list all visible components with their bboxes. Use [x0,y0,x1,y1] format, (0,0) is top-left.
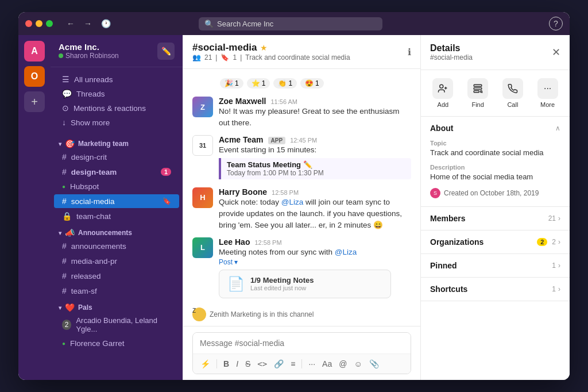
reaction-2[interactable]: ⭐ 1 [247,78,270,89]
sidebar-item-released[interactable]: # released [54,269,179,283]
hubspot-label: Hubspot [70,182,99,191]
maximize-window-btn[interactable] [46,20,53,27]
strikethrough-button[interactable]: S [243,358,252,370]
announcements-section-header[interactable]: ▾ 📣 Announcements [51,224,183,239]
florence-online-dot: ● [62,340,65,347]
forward-button[interactable]: → [82,18,94,29]
sidebar-item-threads[interactable]: 💬 Threads [54,87,179,101]
italic-button[interactable]: I [234,358,240,370]
code-button[interactable]: <> [256,358,269,370]
message-input[interactable] [193,333,411,353]
pinned-section-row[interactable]: Pinned 1 › [421,254,570,277]
channel-hash-icon: # [62,167,67,176]
meta-sep1: | [215,53,217,62]
format-button[interactable]: Aa [320,358,334,370]
sidebar-item-arcadio[interactable]: 2 Arcadio Buendia, Leland Ygle... [54,314,179,336]
file-card[interactable]: 📄 1/9 Meeting Notes Last edited just now [219,270,391,298]
channel-meta: 👥 21 | 🔖 1 | Track and coordinate social… [192,53,350,62]
help-button[interactable]: ? [549,17,563,30]
reaction-1[interactable]: 🎉 1 [220,78,243,89]
members-section: Members 21 › [421,207,570,230]
message-time: 12:58 PM [254,239,281,246]
workspace-avatar-primary[interactable]: A [24,41,45,62]
about-section-row[interactable]: About ∧ [421,117,570,140]
channel-hash-icon: # [62,241,67,251]
announcements-emoji: 📣 [65,228,75,237]
channel-description: Track and coordinate social media [245,53,350,62]
shortcuts-count-chevron: 1 › [552,285,560,293]
compose-button[interactable]: ✏️ [157,43,175,60]
sidebar-item-media-and-pr[interactable]: # media-and-pr [54,254,179,268]
info-button[interactable]: ℹ [408,47,411,57]
channel-hash-icon: # [62,271,67,280]
minimize-window-btn[interactable] [36,20,42,27]
file-info: 1/9 Meeting Notes Last edited just now [250,276,314,291]
sidebar-item-social-media[interactable]: # social-media 🔖 [54,194,179,208]
list-button[interactable]: ≡ [289,358,297,370]
emoji-button[interactable]: ☺ [352,358,363,370]
marketing-section-header[interactable]: ▾ 🎯 Marketing team [51,134,183,149]
message-text: Event starting in 15 minutes: [219,144,411,156]
workspace-avatar-secondary[interactable]: O [24,66,45,87]
online-indicator [59,53,63,58]
pals-section-header[interactable]: ▾ ❤️ Pals [51,298,183,313]
lightning-button[interactable]: ⚡ [199,358,212,370]
attach-button[interactable]: 📎 [368,358,381,370]
more-action[interactable]: ··· More [537,78,558,108]
message-content: Lee Hao 12:58 PM Meeting notes from our … [219,237,411,302]
svg-line-7 [482,92,482,93]
shortcuts-section-row[interactable]: Shortcuts 1 › [421,278,570,301]
sidebar-item-show-more[interactable]: ↓ Show more [54,116,179,129]
pencil-icon: ✏️ [303,160,312,169]
message-time: 12:58 PM [272,189,299,196]
sidebar-item-team-chat[interactable]: 🔒 team-chat [54,209,179,223]
organizations-section-row[interactable]: Organizations 2 2 › [421,230,570,253]
sidebar-item-announcements[interactable]: # announcements [54,239,179,253]
input-toolbar: ⚡ B I S <> 🔗 ≡ ··· Aa @ ☺ 📎 [193,353,411,374]
reaction-4[interactable]: 😍 1 [300,78,324,89]
search-bar[interactable]: 🔍 Search Acme Inc [199,17,382,30]
svg-rect-5 [474,91,479,93]
back-button[interactable]: ← [64,18,77,29]
organizations-badge: 2 [537,238,547,246]
post-button[interactable]: Post ▾ [219,258,411,266]
message-content: Zoe Maxwell 11:56 AM No! It was my pleas… [219,97,411,129]
sidebar-item-all-unreads[interactable]: ☰ All unreads [54,72,179,86]
channel-star[interactable]: ★ [260,43,268,52]
all-unreads-icon: ☰ [62,75,69,84]
table-row: 31 Acme Team APP 12:45 PM Event starting… [192,133,411,184]
reaction-count-1: 1 [235,79,239,87]
nav-section: ☰ All unreads 💬 Threads ⊙ Mentions & rea… [51,67,183,134]
add-action[interactable]: Add [432,78,453,108]
close-details-button[interactable]: ✕ [552,46,560,59]
members-section-row[interactable]: Members 21 › [421,207,570,230]
channel-title-group: #social-media ★ 👥 21 | 🔖 1 | Track and c… [192,42,350,62]
zenith-notice: Z Zenith Marketing is in this channel [192,305,411,326]
topic-field: Topic Track and coordinate social media [430,140,560,157]
close-window-btn[interactable] [25,20,32,27]
call-icon [502,78,523,99]
svg-point-0 [440,84,443,88]
toolbar-divider [216,359,217,368]
bold-button[interactable]: B [222,358,231,370]
find-action[interactable]: Find [467,78,488,108]
organizations-section: Organizations 2 2 › [421,230,570,254]
message-header: Harry Boone 12:58 PM [219,187,411,197]
design-crit-label: design-crit [71,153,107,162]
reaction-3[interactable]: 👏 1 [273,78,297,89]
pals-label: Pals [78,303,92,312]
history-button[interactable]: 🕐 [99,18,113,29]
sidebar-item-design-team[interactable]: # design-team 1 [54,165,179,179]
sidebar-item-florence[interactable]: ● Florence Garret [54,337,179,350]
workspace-name[interactable]: Acme Inc. [59,42,119,52]
sidebar-item-hubspot[interactable]: ● Hubspot [54,180,179,193]
sidebar-item-team-sf[interactable]: # team-sf [54,284,179,298]
link-button[interactable]: 🔗 [272,358,285,370]
organizations-label: Organizations [430,237,483,247]
sidebar-item-mentions[interactable]: ⊙ Mentions & reactions [54,101,179,115]
mention-button[interactable]: @ [337,358,349,370]
call-action[interactable]: Call [502,78,523,108]
sidebar-item-design-crit[interactable]: # design-crit [54,150,179,164]
more-options-button[interactable]: ··· [307,358,317,370]
add-workspace-button[interactable]: + [24,91,45,112]
